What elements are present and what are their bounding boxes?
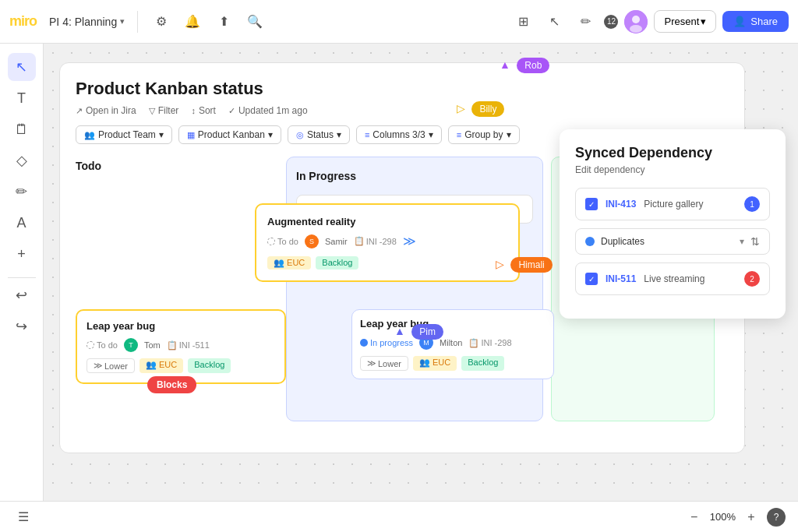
bell-icon[interactable]: 🔔 xyxy=(182,11,203,33)
euc-icon: 👥 xyxy=(274,258,284,267)
ini-298: 📋 INI -298 xyxy=(468,338,511,348)
dep-connector[interactable]: Duplicates ▾ ⇅ xyxy=(575,228,770,255)
note-tool[interactable]: 🗒 xyxy=(8,115,36,143)
chip-chevron-icon-4: ▾ xyxy=(429,129,433,140)
zoom-in-button[interactable]: + xyxy=(742,508,761,527)
todo-status-icon xyxy=(267,238,275,245)
himali-cursor-label: Himali xyxy=(510,257,552,273)
text-tool[interactable]: T xyxy=(8,84,36,112)
assignee-avatar-tom: T xyxy=(124,338,138,352)
panel-title: Synced Dependency xyxy=(575,145,770,161)
filter-product-team[interactable]: 👥 Product Team ▾ xyxy=(76,125,172,144)
settings-icon[interactable]: ⚙ xyxy=(150,11,172,33)
augmented-reality-card[interactable]: Augmented reality To do S Samir 📋 INI -2… xyxy=(255,203,520,282)
chip-chevron-icon-5: ▾ xyxy=(507,129,511,140)
filter-product-kanban[interactable]: ▦ Product Kanban ▾ xyxy=(178,125,281,144)
leap-year-todo-title: Leap year bug xyxy=(87,320,275,332)
backlog-tag-3: Backlog xyxy=(461,356,504,371)
rob-cursor-arrow-icon: ▲ xyxy=(500,58,510,71)
todo-status-2-icon xyxy=(87,341,94,349)
text-highlight-tool[interactable]: A xyxy=(8,209,36,237)
euc-tag-2: 👥 EUC xyxy=(139,358,183,373)
himali-cursor: ▷ Himali xyxy=(496,257,553,273)
leap-year-inprogress-card[interactable]: Leap year bug In progress M Milton 📋 INI… xyxy=(351,309,554,379)
share-button[interactable]: 👤 Share xyxy=(722,11,789,32)
dep-511-badge: 2 xyxy=(744,271,760,287)
pen-icon[interactable]: ✏ xyxy=(573,9,598,34)
kanban-icon: ▦ xyxy=(187,130,195,140)
topbar: miro PI 4: Planning ▾ ⚙ 🔔 ⬆ 🔍 ⊞ ↖ ✏ 12 P… xyxy=(0,0,798,44)
redo-tool[interactable]: ↪ xyxy=(8,312,36,340)
updated-text: ✓ Updated 1m ago xyxy=(228,105,308,116)
rob-cursor: ▲ Rob xyxy=(500,58,549,73)
leap-year-todo-card[interactable]: Leap year bug To do T Tom 📋 INI -511 ≫ xyxy=(76,309,286,384)
canvas[interactable]: Product Kanban status ↗ Open in Jira ▽ F… xyxy=(44,44,798,501)
apps-icon[interactable]: ⊞ xyxy=(510,9,535,34)
ini-id: 📋 INI -298 xyxy=(354,236,397,246)
bottombar-right: − 100% + ? xyxy=(685,508,786,527)
connector-chevron-icon: ▾ xyxy=(740,236,744,247)
assignee-name: Samir xyxy=(325,237,348,246)
dep-511-id: INI-511 xyxy=(606,273,636,284)
panel-subtitle: Edit dependency xyxy=(575,164,770,175)
left-sidebar: ↖ T 🗒 ◇ ✏ A + ↩ ↪ xyxy=(0,44,44,501)
filter-group-by[interactable]: ≡ Group by ▾ xyxy=(448,125,520,144)
pages-icon[interactable]: ☰ xyxy=(12,506,34,528)
sort-icon: ↕ xyxy=(191,106,196,115)
dep-413-id: INI-413 xyxy=(606,199,636,210)
chip-chevron-icon-3: ▾ xyxy=(337,129,341,140)
shape-tool[interactable]: ◇ xyxy=(8,146,36,174)
euc-tag-3: 👥 EUC xyxy=(413,356,457,371)
euc-tag: 👥 EUC xyxy=(267,256,311,270)
billy-cursor-arrow-icon: ▷ xyxy=(457,102,465,115)
help-button[interactable]: ? xyxy=(767,508,786,527)
cursor-tool[interactable]: ↖ xyxy=(8,53,36,81)
status-icon: ◎ xyxy=(296,130,304,140)
leap-year-inprogress-meta: In progress M Milton 📋 INI -298 xyxy=(360,336,546,350)
sort-arrows-icon[interactable]: ⇅ xyxy=(750,235,760,248)
filter-icon: ▽ xyxy=(149,106,155,116)
leap-year-inprogress-tags: ≫ Lower 👥 EUC Backlog xyxy=(360,356,546,371)
rob-cursor-label: Rob xyxy=(517,58,549,73)
add-tool[interactable]: + xyxy=(8,240,36,268)
zoom-out-button[interactable]: − xyxy=(685,508,704,527)
notification-badge[interactable]: 12 xyxy=(604,15,618,29)
pen-draw-tool[interactable]: ✏ xyxy=(8,178,36,206)
checkbox-413-icon: ✓ xyxy=(585,198,598,210)
board-title-text: Product Kanban status xyxy=(76,79,729,99)
upload-icon[interactable]: ⬆ xyxy=(213,11,235,33)
pim-cursor-arrow-icon: ▲ xyxy=(394,325,405,337)
dep-ini413[interactable]: ✓ INI-413 Picture gallery 1 xyxy=(575,188,770,220)
billy-cursor-label: Billy xyxy=(471,101,504,117)
team-icon: 👥 xyxy=(84,130,95,140)
dep-ini511[interactable]: ✓ INI-511 Live streaming 2 xyxy=(575,262,770,295)
aug-card-meta: To do S Samir 📋 INI -298 ≫ xyxy=(267,234,507,248)
board-title-area[interactable]: PI 4: Planning ▾ xyxy=(49,16,125,28)
ini-511: 📋 INI -511 xyxy=(167,340,210,351)
card-title: Augmented reality xyxy=(267,216,507,227)
dep-type: Duplicates xyxy=(601,236,733,247)
blocks-badge: Blocks xyxy=(147,376,196,393)
group-icon: ≡ xyxy=(457,130,461,139)
avatar[interactable] xyxy=(624,10,648,33)
filter-button[interactable]: ▽ Filter xyxy=(149,105,179,116)
topbar-divider-1 xyxy=(137,11,138,33)
assignee-tom: Tom xyxy=(144,340,161,350)
synced-dependency-panel: Synced Dependency Edit dependency ✓ INI-… xyxy=(560,129,786,319)
inprogress-column-header: In Progress xyxy=(296,167,533,185)
present-button[interactable]: Present ▾ xyxy=(654,10,716,33)
undo-tool[interactable]: ↩ xyxy=(8,281,36,309)
checkbox-511-icon: ✓ xyxy=(585,273,598,285)
inprogress-column: In Progress Checkout xyxy=(286,157,543,421)
board-header: Product Kanban status ↗ Open in Jira ▽ F… xyxy=(76,79,729,116)
lower-tag: ≫ Lower xyxy=(87,358,135,373)
aug-card-tags: 👥 EUC Backlog xyxy=(267,256,507,270)
sort-button[interactable]: ↕ Sort xyxy=(191,105,216,116)
filter-status[interactable]: ◎ Status ▾ xyxy=(288,125,350,144)
jira-link[interactable]: ↗ Open in Jira xyxy=(76,105,136,116)
lower-icon: ≫ xyxy=(94,361,103,371)
search-icon[interactable]: 🔍 xyxy=(244,11,266,33)
filter-columns[interactable]: ≡ Columns 3/3 ▾ xyxy=(356,125,442,144)
lower-icon-2: ≫ xyxy=(367,358,376,368)
cursor-icon[interactable]: ↖ xyxy=(542,9,567,34)
